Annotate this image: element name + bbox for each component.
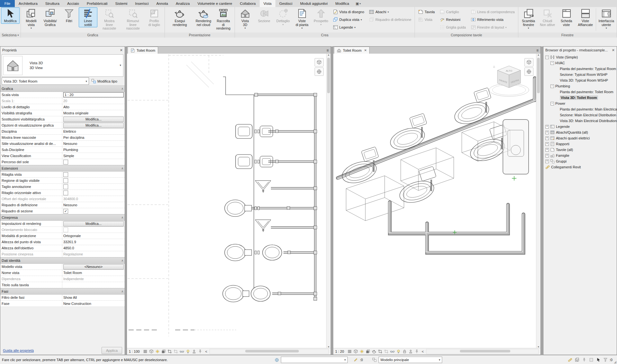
temporary-hide-button[interactable] <box>390 349 395 354</box>
tree-item-power[interactable]: −Power <box>543 101 617 106</box>
expand-control-bar-icon[interactable]: < <box>204 350 209 353</box>
property-value[interactable]: Regolazione <box>62 251 125 257</box>
shadows-button[interactable] <box>161 349 166 354</box>
vista-button[interactable]: Vista <box>417 16 436 23</box>
revisioni-button[interactable]: Revisioni <box>439 16 467 23</box>
percorso-del-sole-checkbox[interactable] <box>63 160 68 164</box>
visual-style-button[interactable] <box>149 349 154 354</box>
dettaglio-button[interactable]: Dettaglio▾ <box>274 7 292 27</box>
lock-3d-button[interactable] <box>402 349 407 354</box>
ribbon-tab-file[interactable]: File <box>0 0 15 7</box>
modifica-button[interactable]: Modifica <box>1 7 20 24</box>
expand-icon[interactable]: + <box>545 137 549 140</box>
duplica-vista-button[interactable]: Duplica vista▾ <box>332 16 365 23</box>
horizontal-scrollbar[interactable] <box>210 349 329 354</box>
close-icon[interactable]: ✕ <box>120 48 123 52</box>
tree-item-viste-simple[interactable]: −Viste (Simple) <box>543 54 617 60</box>
abachi-button[interactable]: Abachi▾ <box>368 8 412 16</box>
viewcube-tool-button[interactable] <box>315 58 324 67</box>
workset-combobox[interactable]: ▾ <box>281 357 348 363</box>
property-value[interactable]: Alto <box>62 104 125 110</box>
expand-icon[interactable]: + <box>545 131 549 134</box>
property-value[interactable]: 33261.9 <box>62 239 125 245</box>
vista-di-disegno-button[interactable]: Vista di disegno <box>332 8 365 16</box>
sezione-button[interactable]: Sezione <box>255 7 273 24</box>
chevron-down-icon[interactable]: ▾ <box>120 64 121 67</box>
tree-item-tavole-all[interactable]: +Tavole (all) <box>543 147 617 153</box>
tavola-button[interactable]: Tavola <box>417 8 436 16</box>
view3d-canvas[interactable]: ALTO FRONTE DESTRA ⌂ ▲▼ <box>333 54 541 348</box>
tree-item-gruppi[interactable]: +Gruppi <box>543 158 617 164</box>
properties-help-link[interactable]: Guida alle proprietà <box>3 349 34 352</box>
legende-button[interactable]: Legende▾ <box>332 23 365 31</box>
plan-view-tab[interactable]: Toilet Room <box>128 47 158 54</box>
griglia-guida-button[interactable]: Griglia guida <box>439 23 467 31</box>
temporary-hide-button[interactable] <box>179 349 185 354</box>
scambia-finestre-button[interactable]: Scambia finestre▾ <box>519 7 538 30</box>
section-header-fasi[interactable]: Fasi∧ <box>0 288 125 295</box>
design-options-control[interactable]: Modello principale ▾ <box>371 357 442 363</box>
property-value[interactable]: Per disciplina <box>62 135 125 140</box>
rendering-button[interactable] <box>371 349 377 354</box>
apply-button[interactable]: Applica <box>102 347 122 354</box>
orientamento-bloccato-checkbox[interactable] <box>63 227 68 232</box>
collapse-icon[interactable]: − <box>550 84 554 88</box>
type-selector[interactable]: Vista 3D 3D View ▾ <box>2 54 123 77</box>
taglio-annotazione-checkbox[interactable] <box>63 184 68 189</box>
visibilit-grafica-button[interactable]: Visibilità/ Grafica <box>41 7 59 27</box>
reveal-constraints-button[interactable] <box>414 349 420 354</box>
mostra-linee-nascoste-button[interactable]: Mostra linee nascoste <box>98 7 121 31</box>
ribbon-tab-moduli-aggiuntivi[interactable]: Moduli aggiuntivi <box>296 0 332 7</box>
detail-level-button[interactable] <box>347 349 353 354</box>
scroll-down-icon[interactable]: ▼ <box>327 346 330 348</box>
tab-list-icon[interactable]: ≡ <box>326 48 330 54</box>
select-toggle-box-icon[interactable] <box>588 357 594 363</box>
property-value[interactable]: Indipendente <box>62 276 125 282</box>
scrollbar-thumb[interactable] <box>245 350 299 352</box>
linee-sottili-button[interactable]: Linee sottili <box>79 7 97 27</box>
modello-vista-button[interactable]: <Nessuno> <box>63 264 124 270</box>
expand-icon[interactable]: + <box>545 142 549 146</box>
ribbon-tab-acciaio[interactable]: Acciaio <box>63 0 83 7</box>
tree-item-hvac[interactable]: −HVAC <box>543 60 617 66</box>
viste-affiancate-button[interactable]: Viste Affiancate <box>576 7 595 27</box>
property-value[interactable]: Elettrico <box>62 129 125 134</box>
visual-style-button[interactable] <box>353 349 359 354</box>
opzioni-di-visualizzazione-grafica-button[interactable]: Modifica... <box>63 123 124 128</box>
select-toggle-layers-icon[interactable] <box>574 357 580 363</box>
section-header-estensioni[interactable]: Estensioni∧ <box>0 165 125 172</box>
tree-item-pianta-del-pavimento-main-electrical-distribution[interactable]: Pianta del pavimento: Main Electrical Di… <box>543 106 617 112</box>
section-header-dati-identit[interactable]: Dati identità∧ <box>0 257 125 264</box>
project-browser-header[interactable]: Browser di progetto - rmebasicsample... … <box>543 47 617 54</box>
steering-wheel-button[interactable] <box>524 67 533 76</box>
collapse-icon[interactable]: − <box>550 102 554 105</box>
interfaccia-utente-button[interactable]: Interfaccia utente▾ <box>597 7 616 30</box>
worksharing-display-button[interactable] <box>192 349 197 354</box>
linea-di-corrispondenza-button[interactable]: Linea di corrispondenza <box>470 8 516 16</box>
collapse-icon[interactable]: − <box>550 61 554 65</box>
shadows-button[interactable] <box>365 349 371 354</box>
editable-only-control[interactable]: :0 <box>353 357 363 363</box>
viewcube-top-label[interactable]: ALTO <box>506 69 512 72</box>
property-value[interactable]: ✓ <box>62 208 125 214</box>
property-value[interactable] <box>62 227 125 233</box>
steering-wheel-button[interactable] <box>315 67 324 76</box>
scroll-up-icon[interactable]: ▲ <box>327 54 330 56</box>
profilo-di-taglio-button[interactable]: Profilo di taglio <box>145 7 164 27</box>
crop-view-button[interactable] <box>167 349 173 354</box>
property-value[interactable] <box>62 190 125 196</box>
vertical-scrollbar[interactable]: ▲▼ <box>536 54 541 348</box>
property-value[interactable]: 304800.0 <box>62 196 125 202</box>
reveal-hidden-button[interactable] <box>185 349 191 354</box>
edit-type-button[interactable]: Modifica tipo <box>90 77 123 85</box>
crop-view-button[interactable] <box>378 349 383 354</box>
rendering-nel-cloud-button[interactable]: Rendering nel cloud <box>194 7 213 27</box>
vista-3d-button[interactable]: Vista 3D▾ <box>236 7 255 30</box>
ribbon-tab-annota[interactable]: Annota <box>152 0 172 7</box>
sun-path-button[interactable] <box>155 349 160 354</box>
tree-item-legende[interactable]: +Legende <box>543 124 617 129</box>
property-value[interactable]: Modifica... <box>62 221 125 226</box>
scrollbar-thumb[interactable] <box>537 58 540 93</box>
expand-icon[interactable]: + <box>545 125 549 129</box>
viste-di-pianta-button[interactable]: Viste di pianta▾ <box>293 7 311 30</box>
